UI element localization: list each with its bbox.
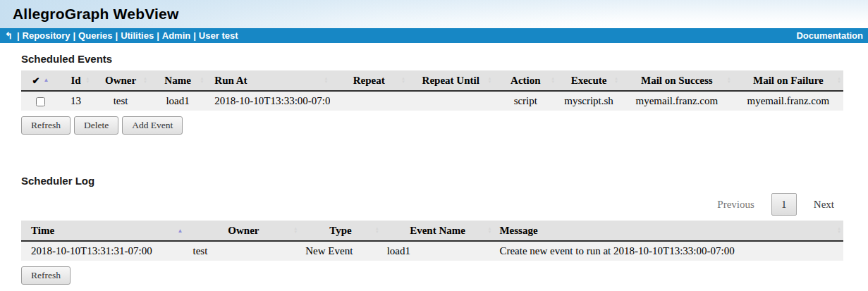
column-header-name[interactable]: Name▲▼ — [149, 70, 206, 91]
nav-separator: | — [17, 30, 20, 41]
column-header-label: Owner — [228, 225, 259, 236]
sort-hint-icon: ▲▼ — [837, 227, 841, 234]
cell-repeat-until — [408, 91, 494, 111]
cell-owner: test — [188, 241, 300, 261]
row-select-checkbox[interactable] — [36, 97, 45, 106]
column-header-time[interactable]: Time▲ — [21, 221, 188, 241]
refresh-button[interactable]: Refresh — [21, 116, 71, 135]
column-header-select[interactable]: ✔▲ — [21, 70, 60, 91]
header-row: ✔▲Id▲▼Owner▲▼Name▲▼Run At▲▼Repeat▲▼Repea… — [21, 70, 843, 91]
column-header-label: Mail on Success — [641, 75, 713, 86]
cell-mail-on-success: myemail.franz.com — [621, 91, 733, 111]
column-header-type[interactable]: Type▲▼ — [300, 221, 381, 241]
sort-hint-icon: ▲▼ — [85, 77, 90, 84]
column-header-label: Mail on Failure — [753, 75, 824, 86]
column-header-repeat-until[interactable]: Repeat Until▲▼ — [408, 70, 494, 91]
cell-message: Create new event to run at 2018-10-10T13… — [494, 241, 843, 261]
pagination-next[interactable]: Next — [814, 199, 834, 211]
column-header-label: Execute — [571, 75, 607, 86]
cell-id: 13 — [60, 91, 92, 111]
column-header-label: Run At — [214, 75, 247, 86]
column-header-label: Repeat Until — [422, 75, 479, 86]
column-header-mail-on-failure[interactable]: Mail on Failure▲▼ — [733, 70, 843, 91]
nav-left-group: ↰|Repository|Queries|Utilities|Admin|Use… — [4, 30, 238, 41]
scheduled-events-heading: Scheduled Events — [21, 53, 843, 65]
delete-button[interactable]: Delete — [74, 116, 118, 135]
nav-separator: | — [193, 30, 196, 41]
scheduler-log-heading: Scheduler Log — [21, 175, 843, 187]
cell-time: 2018-10-10T13:31:31-07:00 — [21, 241, 188, 261]
scheduler-log-section: Scheduler Log Previous 1 Next Time▲Owner… — [21, 175, 843, 285]
scheduler-log-table: Time▲Owner▲▼Type▲▼Event Name▲▼Message▲▼2… — [21, 221, 843, 261]
cell-select — [21, 91, 60, 111]
column-header-label: Repeat — [353, 75, 385, 86]
add-event-button[interactable]: Add Event — [122, 116, 183, 135]
sort-hint-icon: ▲▼ — [487, 227, 491, 234]
column-header-execute[interactable]: Execute▲▼ — [557, 70, 621, 91]
cell-execute: myscript.sh — [557, 91, 621, 111]
sort-ascending-icon: ▲ — [178, 228, 183, 234]
column-header-label: Owner — [105, 75, 136, 86]
table-row: 2018-10-10T13:31:31-07:00testNew Eventlo… — [21, 241, 843, 261]
scheduled-events-buttons: RefreshDeleteAdd Event — [21, 116, 843, 135]
sort-hint-icon: ▲▼ — [375, 227, 379, 234]
column-header-run-at[interactable]: Run At▲▼ — [206, 70, 330, 91]
cell-owner: test — [92, 91, 149, 111]
nav-separator: | — [157, 30, 159, 41]
nav-link-user-test[interactable]: User test — [199, 30, 238, 41]
nav-link-repository[interactable]: Repository — [23, 30, 71, 41]
sort-hint-icon: ▲▼ — [551, 77, 555, 84]
nav-link-utilities[interactable]: Utilities — [121, 30, 154, 41]
checkmark-icon: ✔ — [32, 75, 39, 86]
nav-link-queries[interactable]: Queries — [78, 30, 112, 41]
nav-separator: | — [116, 30, 118, 41]
cell-type: New Event — [300, 241, 381, 261]
cell-run-at: 2018-10-10T13:33:00-07:00 — [206, 91, 330, 111]
main-content: Scheduled Events ✔▲Id▲▼Owner▲▼Name▲▼Run … — [0, 43, 868, 285]
column-header-action[interactable]: Action▲▼ — [494, 70, 557, 91]
nav-link-admin[interactable]: Admin — [162, 30, 190, 41]
column-header-label: Name — [164, 75, 191, 86]
column-header-mail-on-success[interactable]: Mail on Success▲▼ — [621, 70, 733, 91]
scheduled-events-table: ✔▲Id▲▼Owner▲▼Name▲▼Run At▲▼Repeat▲▼Repea… — [21, 70, 843, 111]
column-header-owner[interactable]: Owner▲▼ — [92, 70, 149, 91]
cell-mail-on-failure: myemail.franz.com — [733, 91, 843, 111]
scheduled-events-section: Scheduled Events ✔▲Id▲▼Owner▲▼Name▲▼Run … — [21, 53, 843, 135]
sort-hint-icon: ▲▼ — [293, 227, 298, 234]
header-row: Time▲Owner▲▼Type▲▼Event Name▲▼Message▲▼ — [21, 221, 843, 241]
column-header-event-name[interactable]: Event Name▲▼ — [381, 221, 494, 241]
scheduler-log-buttons: Refresh — [21, 266, 843, 285]
sort-hint-icon: ▲▼ — [401, 77, 405, 84]
pagination: Previous 1 Next — [21, 192, 834, 216]
pagination-page-1[interactable]: 1 — [771, 193, 797, 216]
sort-hint-icon: ▲▼ — [837, 77, 841, 84]
column-header-label: Action — [511, 75, 541, 86]
cell-event-name: load1 — [381, 241, 494, 261]
app-masthead: AllegroGraph WebView — [0, 0, 868, 28]
column-header-id[interactable]: Id▲▼ — [60, 70, 92, 91]
column-header-label: Type — [329, 225, 351, 236]
column-header-owner[interactable]: Owner▲▼ — [188, 221, 300, 241]
back-arrow-icon[interactable]: ↰ — [5, 30, 13, 41]
top-nav: ↰|Repository|Queries|Utilities|Admin|Use… — [0, 28, 868, 43]
sort-hint-icon: ▲▼ — [324, 77, 328, 84]
sort-hint-icon: ▲▼ — [614, 77, 618, 84]
refresh-button[interactable]: Refresh — [21, 266, 71, 285]
sort-hint-icon: ▲▼ — [727, 77, 731, 84]
column-header-message[interactable]: Message▲▼ — [494, 221, 843, 241]
sort-hint-icon: ▲▼ — [200, 77, 204, 84]
nav-items: |Repository|Queries|Utilities|Admin|User… — [14, 30, 238, 41]
column-header-label: Event Name — [410, 225, 465, 236]
nav-separator: | — [73, 30, 75, 41]
sort-hint-icon: ▲▼ — [143, 77, 147, 84]
sort-ascending-icon: ▲ — [43, 77, 49, 83]
nav-link-documentation[interactable]: Documentation — [796, 30, 864, 41]
cell-name: load1 — [149, 91, 206, 111]
sort-hint-icon: ▲▼ — [487, 77, 491, 84]
column-header-label: Message — [499, 225, 537, 236]
pagination-previous[interactable]: Previous — [717, 199, 754, 211]
app-title: AllegroGraph WebView — [13, 6, 178, 23]
cell-repeat — [330, 91, 408, 111]
column-header-repeat[interactable]: Repeat▲▼ — [330, 70, 408, 91]
table-row: 13testload12018-10-10T13:33:00-07:00scri… — [21, 91, 843, 111]
